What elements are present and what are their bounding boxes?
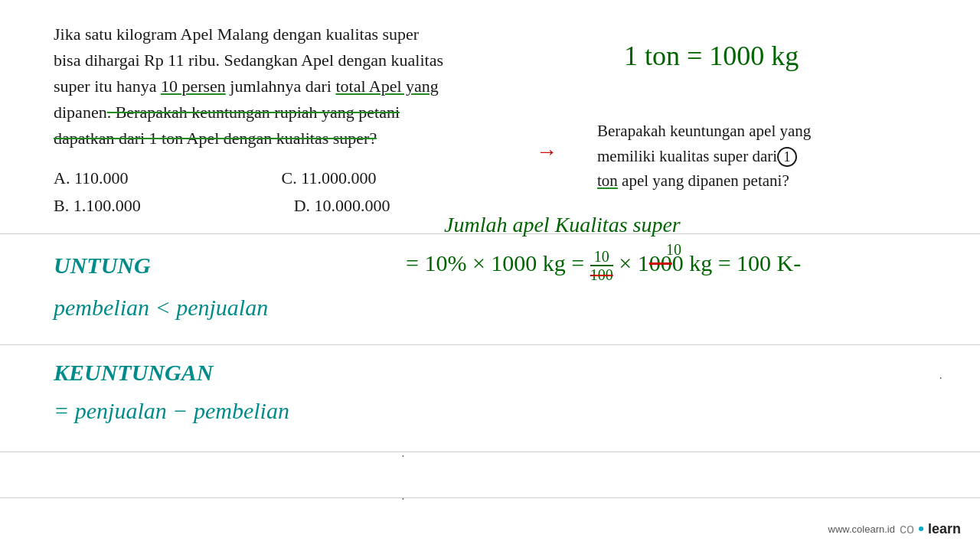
fraction-numerator: 10	[590, 249, 613, 266]
colearn-logo: www.colearn.id colearn	[828, 521, 961, 537]
logo-separator: co	[900, 521, 914, 537]
page: Jika satu kilogram Apel Malang dengan ku…	[0, 0, 980, 551]
untung-equals: = 10% × 1000 kg =	[406, 250, 590, 276]
option-a: A. 110.000	[54, 168, 129, 188]
separator-line-4	[0, 497, 980, 498]
circled-1: 1	[777, 147, 797, 167]
options-row-1: A. 110.000 C. 11.000.000	[54, 168, 390, 188]
question-line3a: super itu hanya	[54, 77, 161, 96]
right-question: Berapakah keuntungan apel yang memiliki …	[597, 119, 949, 194]
right-q-line3: apel yang dipanen petani?	[618, 171, 789, 190]
question-line1: Jika satu kilogram Apel Malang dengan ku…	[54, 24, 419, 44]
right-q-line2: memiliki kualitas super dari	[597, 147, 777, 165]
jumlah-apel-label: Jumlah apel Kualitas super	[444, 213, 681, 237]
right-q-ton-underline: ton	[597, 171, 618, 190]
strikethrough-line2: dapatkan dari 1 ton Apel dengan kualitas…	[54, 129, 377, 148]
underline-total-apel: total Apel yang	[335, 77, 438, 96]
logo-url: www.colearn.id	[828, 523, 895, 535]
dot-3: •	[939, 375, 942, 382]
keuntungan-formula: = penjualan − pembelian	[54, 398, 289, 424]
logo-brand: learn	[928, 521, 961, 537]
question-text: Jika satu kilogram Apel Malang dengan ku…	[54, 21, 590, 152]
option-c: C. 11.000.000	[282, 168, 377, 188]
logo-dot-icon	[919, 527, 923, 531]
answer-options: A. 110.000 C. 11.000.000 B. 1.100.000 D.…	[54, 168, 390, 223]
strikethrough-line1: . Berapakah keuntungan rupiah yang petan…	[107, 103, 400, 122]
fraction-denominator: 100	[590, 266, 613, 282]
separator-line-2	[0, 344, 980, 345]
question-line3b: jumlahnya dari	[226, 77, 336, 96]
options-row-2: B. 1.100.000 D. 10.000.000	[54, 196, 390, 216]
separator-line-3	[0, 452, 980, 452]
keuntungan-label: KEUNTUNGAN	[54, 360, 213, 386]
pembelian-line: pembelian < penjualan	[54, 295, 268, 321]
right-q-line1: Berapakah keuntungan apel yang	[597, 122, 811, 140]
fraction-10-100: 10 100	[590, 249, 613, 282]
option-d: D. 10.000.000	[294, 196, 390, 216]
question-line2: bisa dihargai Rp 11 ribu. Sedangkan Apel…	[54, 51, 443, 70]
untung-formula: = 10% × 1000 kg = 10 100 × 1000 kg = 100…	[406, 249, 801, 282]
strikethrough-zero: 00	[649, 250, 672, 276]
underline-10-persen: 10 persen	[161, 77, 226, 96]
option-b: B. 1.100.000	[54, 196, 141, 216]
dot-2: •	[402, 496, 404, 503]
question-dipanen: dipanen	[54, 103, 107, 122]
untung-label: UNTUNG	[54, 253, 151, 279]
dot-1: •	[402, 453, 404, 460]
arrow-icon: →	[536, 139, 557, 164]
formula-top: 1 ton = 1000 kg	[624, 40, 799, 72]
untung-rest: × 1000 kg = 100 K-	[619, 250, 801, 276]
